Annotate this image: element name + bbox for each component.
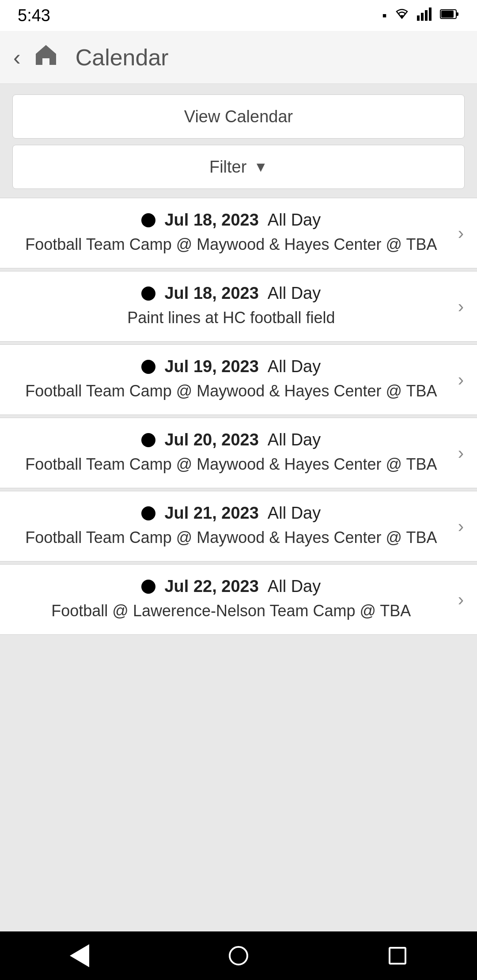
battery-icon: [440, 8, 459, 23]
event-content-1: Jul 18, 2023 All Day Paint lines at HC f…: [13, 284, 458, 329]
event-chevron-3: ›: [458, 443, 464, 463]
sim-icon: ▪: [382, 8, 387, 23]
nav-recent-button[interactable]: [380, 938, 415, 973]
event-title-4: Football Team Camp @ Maywood & Hayes Cen…: [25, 527, 437, 549]
back-button[interactable]: ‹: [13, 46, 21, 68]
event-time-1: All Day: [268, 284, 321, 303]
event-date-0: Jul 18, 2023: [164, 211, 258, 230]
nav-home-button[interactable]: [221, 938, 256, 973]
page-title: Calendar: [76, 44, 169, 71]
event-dot-4: [141, 506, 155, 520]
nav-back-icon: [70, 944, 89, 967]
event-time-5: All Day: [268, 577, 321, 596]
event-time-3: All Day: [268, 430, 321, 449]
event-list-item[interactable]: Jul 19, 2023 All Day Football Team Camp …: [0, 344, 477, 415]
event-dot-0: [141, 213, 155, 227]
event-title-3: Football Team Camp @ Maywood & Hayes Cen…: [25, 454, 437, 475]
event-date-4: Jul 21, 2023: [164, 504, 258, 523]
event-date-2: Jul 19, 2023: [164, 357, 258, 376]
event-header-4: Jul 21, 2023 All Day: [141, 504, 321, 523]
event-title-1: Paint lines at HC football field: [127, 307, 335, 329]
svg-rect-5: [456, 12, 458, 16]
main-content: View Calendar Filter ▼ Jul 18, 2023 All …: [0, 84, 477, 931]
event-title-5: Football @ Lawerence-Nelson Team Camp @ …: [51, 600, 411, 622]
event-chevron-2: ›: [458, 370, 464, 390]
event-list-item[interactable]: Jul 18, 2023 All Day Paint lines at HC f…: [0, 271, 477, 342]
nav-home-icon: [229, 946, 248, 965]
filter-label: Filter: [209, 158, 246, 177]
home-button[interactable]: [34, 43, 58, 72]
event-list-item[interactable]: Jul 21, 2023 All Day Football Team Camp …: [0, 491, 477, 562]
status-bar: 5:43 ▪: [0, 0, 477, 31]
event-list-item[interactable]: Jul 18, 2023 All Day Football Team Camp …: [0, 198, 477, 268]
svg-rect-6: [441, 11, 454, 18]
event-list-item[interactable]: Jul 20, 2023 All Day Football Team Camp …: [0, 418, 477, 488]
event-header-0: Jul 18, 2023 All Day: [141, 211, 321, 230]
event-dot-5: [141, 580, 155, 594]
event-time-4: All Day: [268, 504, 321, 523]
filter-dropdown-icon: ▼: [254, 159, 268, 175]
event-content-5: Jul 22, 2023 All Day Football @ Lawerenc…: [13, 577, 458, 622]
event-header-3: Jul 20, 2023 All Day: [141, 430, 321, 449]
nav-back-button[interactable]: [62, 938, 97, 973]
event-header-2: Jul 19, 2023 All Day: [141, 357, 321, 376]
event-header-1: Jul 18, 2023 All Day: [141, 284, 321, 303]
signal-icon: [417, 8, 433, 24]
status-icons: ▪: [382, 8, 459, 24]
event-content-2: Jul 19, 2023 All Day Football Team Camp …: [13, 357, 458, 402]
nav-bar: [0, 931, 477, 980]
event-chevron-0: ›: [458, 223, 464, 243]
event-date-1: Jul 18, 2023: [164, 284, 258, 303]
filter-button[interactable]: Filter ▼: [12, 145, 465, 189]
svg-marker-7: [36, 45, 56, 65]
event-dot-1: [141, 286, 155, 301]
event-dot-3: [141, 433, 155, 447]
event-content-0: Jul 18, 2023 All Day Football Team Camp …: [13, 211, 458, 256]
svg-rect-3: [429, 8, 432, 21]
event-dot-2: [141, 360, 155, 374]
svg-rect-1: [421, 13, 424, 21]
event-title-2: Football Team Camp @ Maywood & Hayes Cen…: [25, 381, 437, 402]
wifi-icon: [394, 8, 410, 24]
event-date-5: Jul 22, 2023: [164, 577, 258, 596]
event-time-0: All Day: [268, 211, 321, 230]
svg-rect-0: [417, 15, 420, 21]
event-list: Jul 18, 2023 All Day Football Team Camp …: [0, 198, 477, 635]
event-list-item[interactable]: Jul 22, 2023 All Day Football @ Lawerenc…: [0, 564, 477, 635]
event-chevron-1: ›: [458, 297, 464, 317]
buttons-area: View Calendar Filter ▼: [0, 84, 477, 193]
event-chevron-5: ›: [458, 590, 464, 610]
event-content-3: Jul 20, 2023 All Day Football Team Camp …: [13, 430, 458, 475]
view-calendar-button[interactable]: View Calendar: [12, 94, 465, 139]
event-time-2: All Day: [268, 357, 321, 376]
svg-rect-2: [425, 10, 428, 21]
status-time: 5:43: [18, 6, 50, 25]
nav-recent-icon: [389, 947, 406, 965]
event-content-4: Jul 21, 2023 All Day Football Team Camp …: [13, 504, 458, 549]
event-header-5: Jul 22, 2023 All Day: [141, 577, 321, 596]
event-title-0: Football Team Camp @ Maywood & Hayes Cen…: [25, 234, 437, 256]
app-bar: ‹ Calendar: [0, 31, 477, 84]
event-chevron-4: ›: [458, 516, 464, 536]
event-date-3: Jul 20, 2023: [164, 430, 258, 449]
